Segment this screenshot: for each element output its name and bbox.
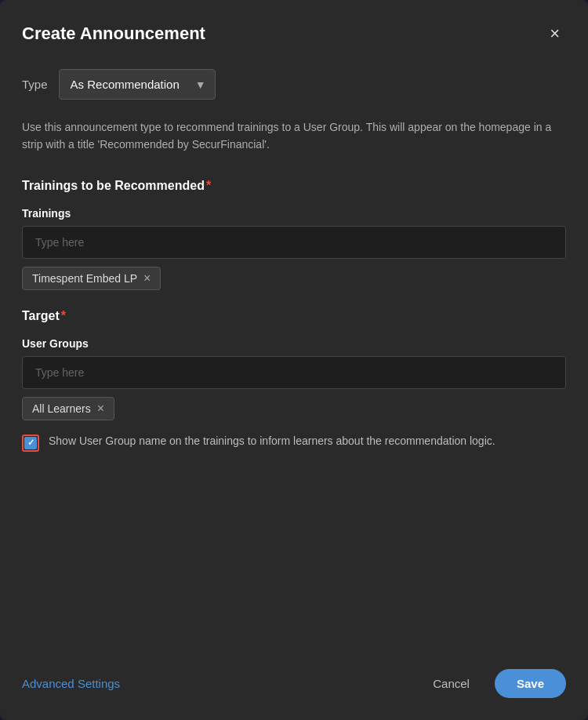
modal-footer: Advanced Settings Cancel Save bbox=[0, 655, 588, 720]
list-item: All Learners × bbox=[22, 397, 114, 420]
target-section: Target* User Groups All Learners × ✓ bbox=[22, 309, 566, 452]
modal-container: Create Announcement × Type As Recommenda… bbox=[0, 0, 588, 720]
checkbox-row: ✓ Show User Group name on the trainings … bbox=[22, 433, 566, 452]
tag-remove-button[interactable]: × bbox=[97, 402, 104, 415]
modal-header: Create Announcement × bbox=[0, 0, 588, 61]
footer-buttons: Cancel Save bbox=[419, 669, 566, 698]
target-section-title: Target* bbox=[22, 309, 566, 323]
checkbox-inner: ✓ bbox=[24, 437, 37, 449]
user-groups-tags: All Learners × bbox=[22, 397, 566, 420]
modal-title: Create Announcement bbox=[22, 24, 205, 44]
required-star: * bbox=[206, 179, 211, 192]
type-label: Type bbox=[22, 78, 48, 91]
checkbox-label: Show User Group name on the trainings to… bbox=[49, 433, 495, 449]
checkbox-wrapper[interactable]: ✓ bbox=[22, 435, 39, 452]
save-button[interactable]: Save bbox=[495, 669, 566, 698]
trainings-tags: Timespent Embed LP × bbox=[22, 267, 566, 290]
cancel-button[interactable]: Cancel bbox=[419, 669, 484, 698]
trainings-field-label: Trainings bbox=[22, 207, 566, 220]
list-item: Timespent Embed LP × bbox=[22, 267, 161, 290]
tag-remove-button[interactable]: × bbox=[143, 272, 151, 285]
trainings-input[interactable] bbox=[22, 226, 566, 259]
description-text: Use this announcement type to recommend … bbox=[22, 115, 566, 157]
user-groups-field-label: User Groups bbox=[22, 337, 566, 350]
modal-body: Type As Recommendation As Notification A… bbox=[0, 61, 588, 655]
trainings-section: Trainings to be Recommended* Trainings T… bbox=[22, 179, 566, 290]
tag-label: Timespent Embed LP bbox=[32, 272, 137, 285]
user-groups-input[interactable] bbox=[22, 356, 566, 389]
type-select-wrapper: As Recommendation As Notification As Ale… bbox=[59, 69, 216, 100]
checkmark-icon: ✓ bbox=[27, 438, 34, 448]
advanced-settings-button[interactable]: Advanced Settings bbox=[22, 677, 120, 690]
type-select[interactable]: As Recommendation As Notification As Ale… bbox=[59, 69, 216, 100]
required-star-target: * bbox=[61, 309, 66, 322]
tag-label: All Learners bbox=[32, 402, 91, 415]
trainings-section-title: Trainings to be Recommended* bbox=[22, 179, 566, 193]
checkbox-outline: ✓ bbox=[22, 435, 39, 452]
type-row: Type As Recommendation As Notification A… bbox=[22, 69, 566, 100]
close-button[interactable]: × bbox=[543, 22, 566, 45]
